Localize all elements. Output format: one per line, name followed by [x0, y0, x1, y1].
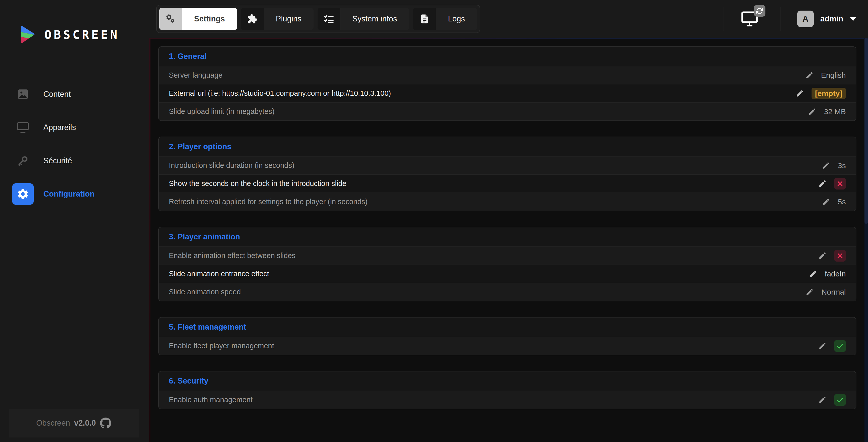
document-icon [413, 8, 436, 30]
section-title: 3. Player animation [169, 232, 240, 242]
setting-label: Slide animation speed [169, 288, 806, 296]
tab-plugins[interactable]: Plugins [241, 8, 313, 30]
setting-row-slide-animation-speed: Slide animation speed Normal [159, 283, 856, 301]
edit-pencil-icon[interactable] [818, 252, 827, 260]
sidebar-item-content[interactable]: Content [0, 77, 149, 111]
setting-label: Refresh interval applied for settings to… [169, 197, 822, 206]
setting-label: Enable animation effect between slides [169, 252, 818, 260]
footer-app-name: Obscreen [36, 418, 70, 428]
toggle-off-badge[interactable] [834, 250, 846, 261]
section-5-fleet-management: 5. Fleet management Enable fleet player … [158, 317, 857, 355]
section-title: 5. Fleet management [169, 322, 246, 332]
divider [780, 7, 781, 31]
scrollbar-thumb[interactable] [865, 38, 868, 224]
setting-label: Show the seconds on the clock in the int… [169, 180, 818, 188]
setting-row-refresh-interval-applied-for: Refresh interval applied for settings to… [159, 192, 856, 211]
edit-pencil-icon[interactable] [818, 180, 827, 188]
edit-pencil-icon[interactable] [808, 107, 816, 116]
scrollbar[interactable] [865, 38, 868, 442]
section-title: 6. Security [169, 377, 209, 385]
setting-label: External url (i.e: https://studio-01.com… [169, 89, 796, 97]
sidebar-item-configuration[interactable]: Configuration [0, 178, 149, 211]
image-icon [12, 84, 34, 105]
setting-label: Server language [169, 71, 805, 80]
player-sync-button[interactable] [741, 11, 758, 27]
tab-label: Settings [182, 8, 237, 30]
chevron-down-icon [850, 17, 857, 21]
setting-value: 5s [838, 197, 846, 206]
footer-version: v2.0.0 [74, 418, 96, 428]
setting-row-show-the-seconds-on: Show the seconds on the clock in the int… [159, 175, 856, 192]
sidebar-item-label: Appareils [43, 123, 76, 132]
setting-row-enable-auth-management: Enable auth management [159, 390, 856, 409]
divider [723, 7, 724, 31]
section-6-security: 6. Security Enable auth management [158, 371, 857, 409]
toggle-on-badge[interactable] [834, 340, 846, 352]
section-1-general: 1. General Server language English Exter… [158, 46, 857, 121]
setting-label: Slide upload limit (in megabytes) [169, 107, 808, 116]
section-2-player-options: 2. Player options Introduction slide dur… [158, 136, 857, 211]
sidebar-item-label: Content [43, 90, 71, 99]
edit-pencil-icon[interactable] [822, 197, 830, 206]
topbar: Settings Plugins System infos Logs A [149, 0, 868, 38]
setting-label: Enable auth management [169, 396, 818, 404]
section-title: 2. Player options [169, 142, 231, 151]
setting-value: 3s [838, 161, 846, 169]
edit-pencil-icon[interactable] [805, 71, 813, 80]
tab-label: System infos [340, 8, 409, 30]
obscreen-logo-icon [18, 24, 37, 45]
sidebar-nav: Content Appareils Sécurité Configuration [0, 77, 149, 211]
key-icon [12, 150, 34, 171]
tab-settings[interactable]: Settings [159, 8, 237, 30]
tab-bar: Settings Plugins System infos Logs [156, 5, 480, 33]
edit-pencil-icon[interactable] [796, 89, 804, 97]
checklist-icon [317, 8, 340, 30]
empty-value-badge: [empty] [811, 88, 846, 99]
setting-value: 32 MB [824, 107, 846, 116]
monitor-icon [12, 117, 34, 138]
tab-system-infos[interactable]: System infos [317, 8, 409, 30]
app-title: OBSCREEN [44, 28, 120, 41]
setting-value: fadeIn [825, 270, 846, 278]
edit-pencil-icon[interactable] [809, 270, 817, 278]
refresh-badge-icon [754, 5, 766, 17]
sections-list: 1. General Server language English Exter… [158, 46, 857, 409]
setting-row-slide-upload-limit-in: Slide upload limit (in megabytes) 32 MB [159, 102, 856, 121]
obscreen-app: OBSCREEN Content Appareils Sécurité Conf… [0, 0, 868, 442]
toggle-on-badge[interactable] [834, 394, 846, 406]
sidebar-item-label: Sécurité [43, 156, 72, 165]
sidebar-item-securite[interactable]: Sécurité [0, 144, 149, 178]
setting-label: Enable fleet player management [169, 342, 818, 350]
setting-value: English [821, 71, 846, 80]
setting-row-introduction-slide-duration-in: Introduction slide duration (in seconds)… [159, 156, 856, 175]
setting-label: Introduction slide duration (in seconds) [169, 161, 822, 169]
edit-pencil-icon[interactable] [818, 342, 827, 350]
app-logo[interactable]: OBSCREEN [0, 0, 149, 45]
sidebar-item-appareils[interactable]: Appareils [0, 111, 149, 144]
section-title: 1. General [169, 52, 207, 61]
section-3-player-animation: 3. Player animation Enable animation eff… [158, 227, 857, 302]
tab-label: Logs [436, 8, 477, 30]
setting-row-enable-fleet-player-management: Enable fleet player management [159, 337, 856, 355]
edit-pencil-icon[interactable] [806, 288, 814, 296]
github-icon[interactable] [100, 417, 112, 429]
sidebar-footer: Obscreen v2.0.0 [9, 409, 138, 438]
sidebar-item-label: Configuration [43, 189, 94, 198]
main-area: Settings Plugins System infos Logs A [149, 0, 868, 442]
user-name: admin [820, 14, 843, 24]
setting-label: Slide animation entrance effect [169, 270, 809, 278]
user-menu[interactable]: A admin [797, 10, 857, 27]
gear-icon [12, 183, 34, 205]
tab-label: Plugins [264, 8, 313, 30]
setting-value: Normal [822, 288, 846, 296]
tab-logs[interactable]: Logs [413, 8, 477, 30]
sidebar: OBSCREEN Content Appareils Sécurité Conf… [0, 0, 149, 442]
edit-pencil-icon[interactable] [822, 161, 830, 169]
setting-row-server-language: Server language English [159, 66, 856, 84]
edit-pencil-icon[interactable] [818, 396, 827, 404]
puzzle-icon [241, 8, 264, 30]
setting-row-enable-animation-effect-between: Enable animation effect between slides [159, 247, 856, 264]
setting-row-external-url-i-e: External url (i.e: https://studio-01.com… [159, 84, 856, 102]
gears-icon [159, 8, 182, 30]
toggle-off-badge[interactable] [834, 178, 846, 189]
